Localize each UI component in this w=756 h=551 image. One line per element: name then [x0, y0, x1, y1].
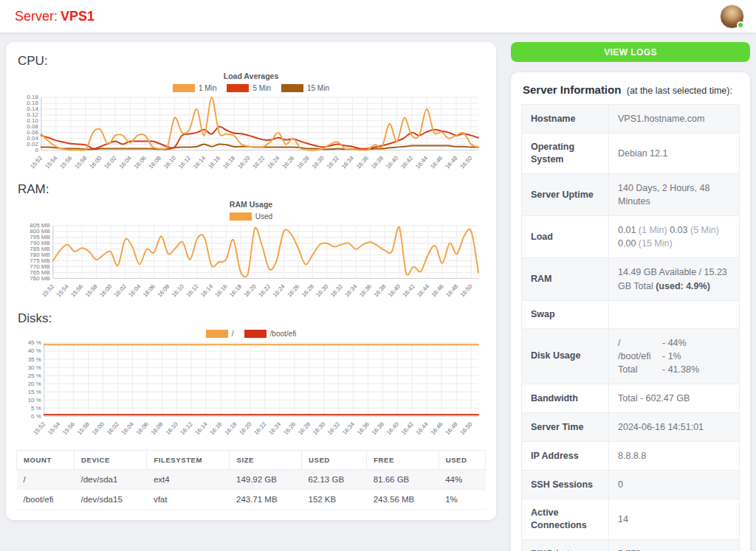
legend-label: /boot/efi: [270, 330, 297, 338]
main-layout: CPU: Load Averages 1 Min5 Min15 Min 00.0…: [0, 32, 756, 551]
svg-text:16:26: 16:26: [286, 283, 300, 299]
svg-text:16:02: 16:02: [106, 420, 120, 436]
legend-swatch: [227, 84, 249, 92]
svg-text:0 %: 0 %: [31, 412, 41, 419]
svg-text:16:18: 16:18: [223, 420, 238, 436]
svg-text:16:34: 16:34: [343, 283, 358, 299]
top-header: Server:VPS1: [0, 0, 756, 32]
svg-text:16:24: 16:24: [267, 154, 281, 170]
info-row-value: 14: [609, 499, 740, 540]
legend-item: 5 Min: [227, 84, 270, 92]
info-row-value: 2024-06-16 14:51:01: [609, 413, 740, 442]
cpu-section-heading: CPU:: [18, 54, 486, 69]
svg-text:16:32: 16:32: [326, 420, 341, 436]
online-status-dot: [737, 21, 744, 29]
info-row: Operating SystemDebian 12.1: [522, 134, 740, 174]
info-row-value: Debian 12.1: [609, 134, 740, 174]
server-info-title: Server Information: [523, 83, 621, 96]
legend-item: 1 Min: [173, 84, 216, 92]
table-cell: 149.92 GB: [230, 469, 302, 489]
legend-label: 15 Min: [307, 84, 329, 92]
table-cell: /boot/efi: [17, 489, 75, 509]
legend-item: /: [206, 330, 234, 338]
svg-text:16:10: 16:10: [165, 420, 179, 436]
info-row-label: Active Connections: [522, 499, 609, 540]
table-cell: 62.13 GB: [301, 469, 366, 489]
svg-text:0: 0: [35, 147, 38, 153]
svg-text:16:08: 16:08: [150, 420, 165, 436]
svg-text:16:04: 16:04: [118, 154, 133, 170]
svg-text:16:14: 16:14: [192, 154, 207, 170]
svg-text:16:38: 16:38: [373, 283, 388, 299]
svg-text:16:10: 16:10: [162, 154, 177, 170]
svg-text:16:44: 16:44: [416, 283, 430, 299]
info-row-label: Bandwidth: [522, 384, 609, 412]
svg-text:16:30: 16:30: [315, 283, 329, 299]
cpu-chart-title: Load Averages: [16, 72, 486, 80]
info-row-label: Server Time: [522, 413, 609, 442]
svg-text:16:22: 16:22: [252, 420, 267, 436]
disk-table-header: FILESYSTEM: [147, 450, 230, 469]
svg-text:16:48: 16:48: [444, 283, 459, 299]
svg-text:16:40: 16:40: [385, 154, 399, 170]
svg-text:40 %: 40 %: [28, 347, 41, 354]
info-row-label: Server Uptime: [522, 173, 609, 215]
info-row: Swap: [522, 300, 740, 328]
info-row-label: PING Latency: [522, 540, 609, 551]
table-cell: /dev/sda1: [75, 469, 147, 489]
svg-text:16:34: 16:34: [340, 154, 355, 170]
svg-text:16:16: 16:16: [207, 154, 221, 170]
disk-table-header: FREE: [367, 450, 439, 469]
svg-text:15:58: 15:58: [76, 420, 91, 436]
table-cell: vfat: [147, 489, 230, 509]
svg-text:16:32: 16:32: [329, 283, 344, 299]
disk-table-header: USED: [439, 450, 485, 469]
info-row: BandwidthTotal - 602.47 GB: [522, 384, 740, 412]
server-info-table: HostnameVPS1.hostname.comOperating Syste…: [521, 104, 740, 551]
svg-text:15:54: 15:54: [47, 420, 61, 436]
svg-text:16:06: 16:06: [133, 154, 148, 170]
svg-text:16:36: 16:36: [358, 283, 373, 299]
svg-text:16:20: 16:20: [243, 283, 258, 299]
legend-swatch: [244, 330, 267, 338]
disk-table-header: USED: [301, 450, 366, 469]
svg-text:15:58: 15:58: [74, 154, 89, 170]
svg-text:16:48: 16:48: [444, 420, 459, 436]
svg-text:0.16: 0.16: [27, 100, 38, 106]
svg-text:16:46: 16:46: [429, 154, 444, 170]
svg-text:16:42: 16:42: [402, 283, 416, 299]
svg-text:16:26: 16:26: [281, 154, 296, 170]
svg-text:16:20: 16:20: [236, 154, 251, 170]
svg-text:760 MB: 760 MB: [30, 275, 49, 282]
disks-section-heading: Disks:: [18, 311, 486, 326]
svg-text:16:12: 16:12: [177, 154, 192, 170]
svg-text:16:00: 16:00: [89, 154, 103, 170]
server-info-subtitle: (at the last selected time):: [627, 86, 732, 96]
svg-text:770 MB: 770 MB: [30, 263, 49, 270]
svg-text:16:50: 16:50: [459, 420, 474, 436]
svg-text:0.14: 0.14: [27, 105, 38, 112]
svg-text:800 MB: 800 MB: [30, 229, 49, 235]
view-logs-button[interactable]: VIEW LOGS: [511, 42, 750, 62]
svg-text:16:46: 16:46: [430, 283, 445, 299]
svg-text:16:42: 16:42: [399, 154, 414, 170]
table-cell: 44%: [439, 469, 485, 489]
info-row: Server Time2024-06-16 14:51:01: [522, 413, 740, 442]
svg-text:16:36: 16:36: [356, 420, 371, 436]
legend-swatch: [281, 84, 303, 92]
server-info-heading: Server Information (at the last selected…: [523, 83, 740, 97]
svg-text:0.10: 0.10: [27, 117, 38, 124]
svg-text:16:06: 16:06: [142, 283, 157, 299]
svg-text:16:44: 16:44: [415, 420, 430, 436]
svg-text:16:22: 16:22: [251, 154, 266, 170]
svg-text:16:14: 16:14: [199, 283, 214, 299]
disk-table-header: MOUNT: [17, 450, 75, 469]
svg-text:0.06: 0.06: [27, 129, 38, 136]
info-row-value: 0.01 (1 Min) 0.03 (5 Min) 0.00 (15 Min): [609, 216, 740, 258]
svg-text:16:46: 16:46: [430, 420, 444, 436]
svg-text:0.02: 0.02: [27, 141, 38, 148]
table-cell: /dev/sda15: [75, 489, 147, 509]
user-avatar[interactable]: [720, 4, 744, 29]
svg-text:16:08: 16:08: [148, 154, 162, 170]
svg-text:15:52: 15:52: [41, 283, 55, 299]
